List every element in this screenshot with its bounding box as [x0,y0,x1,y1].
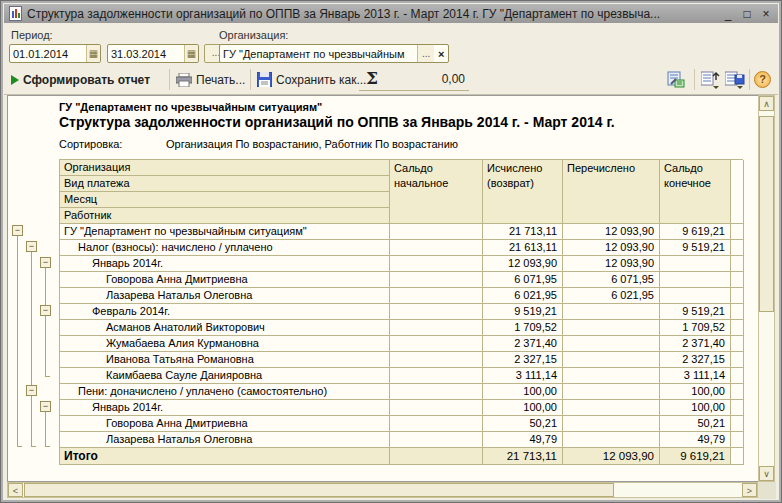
value-cell[interactable]: 2 327,15 [483,352,563,368]
row-label-cell[interactable]: Каимбаева Сауле Данияровна [60,368,390,384]
row-label-cell[interactable]: ГУ "Департамент по чрезвычайным ситуация… [60,224,390,240]
collapse-button[interactable]: − [26,241,37,252]
scroll-right-icon[interactable]: > [742,483,757,497]
row-label-cell[interactable]: Февраль 2014г. [60,304,390,320]
save-settings-button[interactable] [725,65,745,94]
row-label-cell[interactable]: Говорова Анна Дмитриевна [60,272,390,288]
maximize-button[interactable]: □ [740,7,754,21]
value-cell[interactable]: 6 071,95 [483,272,563,288]
value-cell[interactable]: 2 327,15 [660,352,731,368]
vertical-scroll-thumb[interactable] [759,116,774,312]
column-header[interactable]: Сальдо конечное [660,160,731,224]
collapse-button[interactable]: − [26,385,37,396]
value-cell[interactable]: 1 709,52 [660,320,731,336]
minimize-button[interactable]: _ [721,7,735,21]
row-label-cell[interactable]: Лазарева Наталья Олеговна [60,432,390,448]
report-settings-button[interactable] [667,65,686,94]
value-cell[interactable] [390,256,483,272]
scroll-up-icon[interactable]: ∧ [759,96,774,111]
value-cell[interactable]: 100,00 [660,400,731,416]
value-cell[interactable]: 6 071,95 [563,272,660,288]
value-cell[interactable]: 1 709,52 [483,320,563,336]
value-cell[interactable]: 100,00 [660,384,731,400]
value-cell[interactable]: 49,79 [483,432,563,448]
value-cell[interactable]: 3 111,14 [483,368,563,384]
row-label-cell[interactable]: Пени: доначислено / уплачено (самостояте… [60,384,390,400]
value-cell[interactable] [563,352,660,368]
value-cell[interactable] [563,384,660,400]
value-cell[interactable]: 21 713,11 [483,224,563,240]
value-cell[interactable]: 50,21 [483,416,563,432]
value-cell[interactable] [390,400,483,416]
row-label-cell[interactable]: Налог (взносы): начислено / уплачено [60,240,390,256]
organization-clear-icon[interactable]: × [434,45,448,62]
row-label-cell[interactable]: Лазарева Наталья Олеговна [60,288,390,304]
value-cell[interactable]: 9 619,21 [660,224,731,240]
print-button[interactable]: Печать... [176,65,245,94]
total-value-cell[interactable]: 12 093,90 [563,448,660,465]
total-value-cell[interactable]: 9 619,21 [660,448,731,465]
value-cell[interactable]: 6 021,95 [483,288,563,304]
value-cell[interactable]: 12 093,90 [563,256,660,272]
value-cell[interactable] [660,288,731,304]
value-cell[interactable] [390,368,483,384]
value-cell[interactable]: 3 111,14 [660,368,731,384]
scroll-left-icon[interactable]: < [8,483,23,497]
value-cell[interactable]: 2 371,40 [483,336,563,352]
value-cell[interactable] [390,432,483,448]
value-cell[interactable]: 100,00 [483,384,563,400]
value-cell[interactable]: 9 519,21 [483,304,563,320]
row-label-cell[interactable]: Иванова Татьяна Романовна [60,352,390,368]
value-cell[interactable] [660,256,731,272]
date-to-field[interactable]: ▦ [107,44,199,63]
value-cell[interactable]: 9 519,21 [660,304,731,320]
value-cell[interactable]: 6 021,95 [563,288,660,304]
organization-field[interactable]: ... × [219,44,449,63]
row-label-cell[interactable]: Жумабаева Алия Курмановна [60,336,390,352]
collapse-button[interactable]: − [40,257,51,268]
generate-report-button[interactable]: Сформировать отчет [11,65,150,94]
value-cell[interactable] [390,320,483,336]
restore-settings-button[interactable] [701,65,721,94]
value-cell[interactable]: 9 519,21 [660,240,731,256]
value-cell[interactable] [390,352,483,368]
vertical-scrollbar[interactable]: ∧ ∨ [758,95,775,482]
value-cell[interactable] [390,384,483,400]
value-cell[interactable]: 49,79 [660,432,731,448]
horizontal-scrollbar[interactable]: < > [7,482,758,498]
calendar-icon[interactable]: ▦ [184,45,198,62]
sigma-icon[interactable]: Σ [366,68,378,88]
column-header[interactable]: Перечислено [563,160,660,224]
header-dimension-cell[interactable]: ОрганизацияВид платежаМесяцРаботник [60,160,390,224]
column-header[interactable]: Сальдо начальное [390,160,483,224]
value-cell[interactable] [390,272,483,288]
total-value-cell[interactable]: 21 713,11 [483,448,563,465]
date-from-input[interactable] [10,48,86,60]
value-cell[interactable]: 50,21 [660,416,731,432]
row-label-cell[interactable]: Асманов Анатолий Викторович [60,320,390,336]
scroll-down-icon[interactable]: ∨ [759,466,774,481]
value-cell[interactable] [390,304,483,320]
date-from-field[interactable]: ▦ [9,44,101,63]
value-cell[interactable] [660,272,731,288]
value-cell[interactable] [390,336,483,352]
value-cell[interactable]: 12 093,90 [483,256,563,272]
value-cell[interactable]: 2 371,40 [660,336,731,352]
organization-select-button[interactable]: ... [417,45,434,62]
value-cell[interactable] [563,432,660,448]
close-button[interactable]: × [759,7,773,21]
value-cell[interactable] [563,336,660,352]
date-to-input[interactable] [108,48,184,60]
row-label-cell[interactable]: Январь 2014г. [60,256,390,272]
row-label-cell[interactable]: Говорова Анна Дмитриевна [60,416,390,432]
value-cell[interactable]: 100,00 [483,400,563,416]
value-cell[interactable] [563,400,660,416]
organization-input[interactable] [220,48,417,60]
total-label-cell[interactable]: Итого [60,448,390,465]
collapse-button[interactable]: − [12,225,23,236]
value-cell[interactable]: 12 093,90 [563,224,660,240]
value-cell[interactable] [563,416,660,432]
value-cell[interactable] [390,288,483,304]
value-cell[interactable] [390,240,483,256]
value-cell[interactable] [563,320,660,336]
